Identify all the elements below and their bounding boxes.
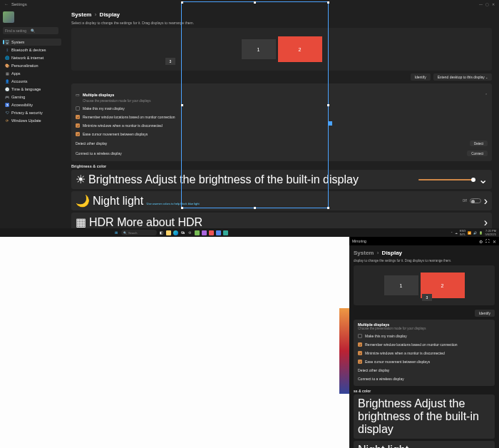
chevron-up-icon[interactable]: ⌃ — [485, 93, 488, 97]
sidebar-item-time-language[interactable]: 🕓Time & language — [3, 86, 61, 93]
checkbox[interactable] — [358, 334, 362, 338]
night-light-icon: 🌙 — [76, 194, 90, 208]
option-row[interactable]: Make this my main display — [358, 332, 490, 340]
brightness-icon: ☀ — [76, 173, 86, 186]
chevron-right-icon: › — [484, 216, 488, 229]
wallpaper-strip — [339, 308, 349, 394]
mirror-bc-root[interactable]: System — [354, 250, 374, 256]
breadcrumb: System › Display — [71, 11, 492, 18]
taskbar-search[interactable]: 🔍Search — [121, 230, 157, 235]
tray-volume-icon[interactable]: 🔊 — [473, 231, 477, 235]
mirror-monitor-1[interactable]: 1 — [384, 275, 418, 295]
checkbox[interactable] — [76, 106, 80, 111]
night-light-sub[interactable]: Use warmer colors to help block blue lig… — [147, 202, 200, 205]
sidebar-item-bluetooth-devices[interactable]: ᛒBluetooth & devices — [3, 46, 61, 54]
search-input[interactable]: Find a setting 🔍 — [3, 27, 58, 34]
close-icon[interactable]: ✕ — [492, 2, 495, 6]
option-row[interactable]: ✓Remember window locations based on moni… — [358, 340, 490, 349]
nav-label: System — [11, 40, 24, 44]
checkbox[interactable]: ✓ — [358, 351, 362, 355]
nav-label: Accounts — [11, 79, 28, 83]
mirror-multi-card: Multiple displays Choose the presentatio… — [354, 320, 495, 386]
tray-clock[interactable]: 7:20 PM5/6/2025 — [485, 229, 496, 236]
displays-icon: ▭ — [76, 92, 80, 97]
checkbox[interactable]: ✓ — [76, 123, 80, 128]
display-arrangement[interactable]: 1 2 3 — [71, 28, 492, 71]
sidebar-item-privacy-security[interactable]: 🛡Privacy & security — [3, 109, 61, 116]
mirror-monitor-3[interactable]: 3 — [422, 294, 432, 301]
sidebar-item-network-internet[interactable]: 🌐Network & internet — [3, 54, 61, 61]
sidebar-item-accessibility[interactable]: ♿Accessibility — [3, 101, 61, 108]
sidebar-item-apps[interactable]: ▦Apps — [3, 70, 61, 77]
sidebar-item-accounts[interactable]: 👤Accounts — [3, 78, 61, 85]
app-icon-5[interactable] — [223, 230, 228, 235]
mirror-identify-button[interactable]: Identify — [475, 310, 495, 317]
extend-dropdown[interactable]: Extend desktop to this display — [433, 73, 492, 81]
mirror-header: Mirroring ⚙ ⛶ ✕ — [349, 237, 499, 245]
option-row[interactable]: Make this my main display — [76, 104, 488, 113]
checkbox[interactable]: ✓ — [76, 132, 80, 136]
tray-cloud-icon[interactable]: ☁ — [455, 231, 458, 235]
checkbox[interactable]: ✓ — [358, 360, 362, 364]
option-row[interactable]: ✓Ease cursor movement between displays — [358, 357, 490, 366]
nav-icon: 🛡 — [5, 111, 9, 115]
titlebar: ← Settings — ▢ ✕ — [0, 0, 499, 9]
monitor-1[interactable]: 1 — [242, 39, 276, 59]
store-icon[interactable]: 🛍 — [180, 230, 185, 235]
app-icon-4[interactable] — [216, 230, 221, 235]
nav-icon: ♿ — [5, 103, 9, 107]
brightness-title: Brightness — [88, 173, 143, 185]
option-row[interactable]: ✓Minimize windows when a monitor is disc… — [76, 121, 488, 130]
nav-icon: 🖥️ — [5, 40, 9, 44]
checkbox[interactable]: ✓ — [76, 115, 80, 119]
monitor-2[interactable]: 2 — [278, 36, 322, 62]
app-icon-1[interactable] — [195, 230, 200, 235]
explorer-icon[interactable] — [166, 230, 171, 235]
option-row[interactable]: ✓Remember window locations based on moni… — [76, 113, 488, 121]
app-icon-2[interactable] — [202, 230, 207, 235]
start-icon[interactable]: ⊞ — [114, 230, 119, 235]
mirror-settings-icon[interactable]: ⚙ — [479, 239, 483, 244]
hdr-row[interactable]: ▦ HDR More about HDR › — [71, 213, 492, 228]
tray-wifi-icon[interactable]: 📶 — [468, 231, 471, 235]
monitor-3[interactable]: 3 — [165, 58, 175, 65]
back-icon[interactable]: ← — [4, 2, 9, 6]
edge-icon[interactable] — [173, 230, 178, 235]
night-light-title: Night light — [93, 195, 143, 207]
sidebar-item-system[interactable]: 🖥️System — [3, 39, 61, 46]
tray-lang[interactable]: ENGINTL — [460, 229, 466, 236]
app-icon-3[interactable] — [209, 230, 214, 235]
settings-icon[interactable]: ⚙ — [187, 230, 192, 235]
nav-label: Network & internet — [11, 56, 43, 60]
detect-button[interactable]: Detect — [470, 141, 488, 146]
sidebar-item-personalization[interactable]: 🎨Personalization — [3, 62, 61, 69]
mirror-close-icon[interactable]: ✕ — [493, 239, 496, 244]
sidebar-item-gaming[interactable]: 🎮Gaming — [3, 93, 61, 101]
breadcrumb-page: Display — [100, 11, 120, 18]
maximize-icon[interactable]: ▢ — [485, 2, 489, 6]
connect-button[interactable]: Connect — [467, 151, 488, 156]
checkbox[interactable]: ✓ — [358, 342, 362, 347]
mirror-arrangement[interactable]: 1 2 3 — [354, 265, 495, 305]
task-view-icon[interactable]: ◧ — [159, 230, 164, 235]
sidebar-item-windows-update[interactable]: ⟳Windows Update — [3, 117, 61, 124]
identify-button[interactable]: Identify — [411, 73, 431, 81]
breadcrumb-root[interactable]: System — [71, 11, 91, 18]
chevron-right-icon[interactable]: › — [484, 195, 488, 208]
minimize-icon[interactable]: — — [479, 2, 483, 6]
tray-battery-icon[interactable]: 🔋 — [479, 231, 483, 235]
chevron-down-icon[interactable]: ⌄ — [478, 173, 488, 186]
nav-icon: 👤 — [5, 79, 9, 83]
brightness-slider[interactable] — [418, 179, 475, 180]
night-light-toggle[interactable] — [470, 198, 481, 203]
section-brightness-color: Brightness & color — [71, 164, 492, 168]
window-title: Settings — [11, 2, 27, 6]
option-row[interactable]: ✓Minimize windows when a monitor is disc… — [358, 349, 490, 357]
mirror-detect-label: Detect other display — [358, 368, 389, 372]
mirror-panel: Mirroring ⚙ ⛶ ✕ System › Display display… — [349, 237, 499, 448]
tray-chevron-icon[interactable]: ⌃ — [451, 231, 453, 235]
canvas-area[interactable] — [0, 237, 349, 448]
option-row[interactable]: ✓Ease cursor movement between displays — [76, 130, 488, 138]
mirror-expand-icon[interactable]: ⛶ — [485, 239, 490, 244]
avatar[interactable] — [3, 11, 14, 23]
